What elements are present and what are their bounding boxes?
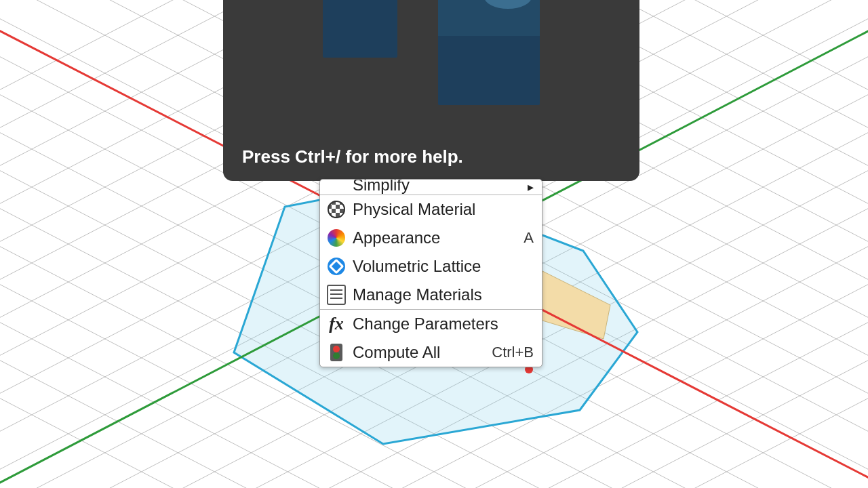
manage-materials-icon — [327, 285, 346, 304]
menu-item-label: Simplify — [353, 180, 528, 195]
menu-item-compute-all[interactable]: Compute All Ctrl+B — [320, 338, 542, 367]
menu-item-shortcut: Ctrl+B — [492, 344, 534, 361]
menu-item-label: Volumetric Lattice — [353, 257, 534, 276]
menu-item-label: Change Parameters — [353, 314, 534, 333]
tool-preview-panel: Press Ctrl+/ for more help. — [223, 0, 639, 181]
modify-context-menu: Simplify ▸ Physical Material Appearance … — [319, 179, 542, 367]
menu-item-manage-materials[interactable]: Manage Materials — [320, 281, 542, 309]
compute-all-icon — [327, 343, 346, 362]
tool-preview-image — [223, 0, 639, 137]
appearance-icon — [327, 228, 346, 247]
menu-item-shortcut: A — [524, 229, 534, 247]
menu-item-label: Manage Materials — [353, 285, 534, 304]
menu-item-label: Appearance — [353, 228, 524, 247]
menu-item-simplify[interactable]: Simplify ▸ — [320, 180, 542, 195]
menu-item-appearance[interactable]: Appearance A — [320, 224, 542, 252]
preview-part-left — [323, 0, 397, 58]
simplify-icon — [327, 180, 346, 195]
volumetric-lattice-icon — [327, 257, 346, 276]
fx-icon: fx — [327, 314, 346, 333]
preview-part-right — [438, 0, 540, 105]
submenu-arrow-icon: ▸ — [528, 180, 534, 195]
menu-item-change-parameters[interactable]: fx Change Parameters — [320, 310, 542, 338]
menu-item-label: Compute All — [353, 343, 492, 362]
menu-item-volumetric-lattice[interactable]: Volumetric Lattice — [320, 252, 542, 281]
menu-item-physical-material[interactable]: Physical Material — [320, 195, 542, 224]
menu-item-label: Physical Material — [353, 200, 534, 219]
tool-preview-hint: Press Ctrl+/ for more help. — [223, 137, 639, 181]
physical-material-icon — [327, 200, 346, 219]
